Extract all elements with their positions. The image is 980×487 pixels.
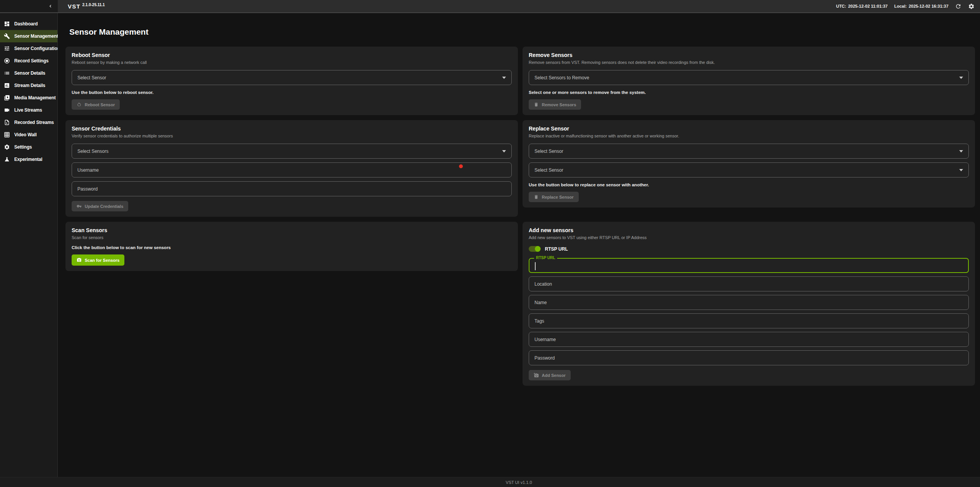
sidebar-item-label: Live Streams: [14, 107, 42, 113]
red-dot-indicator: [459, 164, 463, 168]
settings-button[interactable]: [968, 3, 975, 10]
sidebar-item-media-management[interactable]: Media Management: [0, 92, 57, 104]
card-title: Scan Sensors: [72, 227, 512, 234]
reboot-sensor-card: Reboot Sensor Reboot sensor by making a …: [65, 47, 518, 115]
sensor-credentials-card: Sensor Credentials Verify sensor credent…: [65, 120, 518, 217]
card-subtitle: Add new sensors to VST using either RTSP…: [529, 235, 969, 240]
replace-select-sensor-dropdown-1[interactable]: Select Sensor: [529, 144, 969, 159]
sidebar-item-sensor-configuration[interactable]: Sensor Configuration: [0, 42, 57, 55]
utc-value: 2025-12-02 11:01:37: [848, 4, 888, 8]
sidebar-item-label: Dashboard: [14, 21, 38, 27]
rtsp-url-input[interactable]: [535, 259, 963, 272]
topbar-right: UTC:2025-12-02 11:01:37 Local:2025-12-02…: [836, 3, 975, 10]
sidebar-item-experimental[interactable]: Experimental: [0, 153, 57, 166]
refresh-icon: [955, 3, 962, 10]
credentials-select-sensors-dropdown[interactable]: Select Sensors: [72, 144, 512, 159]
card-subtitle: Scan for sensors: [72, 235, 512, 240]
button-label: Reboot Sensor: [85, 102, 115, 107]
video-file-icon: [4, 119, 10, 126]
button-label: Scan for Sensors: [85, 258, 119, 263]
logo-text: VST: [68, 3, 80, 10]
chevron-down-icon: [502, 150, 506, 152]
sidebar-item-recorded-streams[interactable]: Recorded Streams: [0, 116, 57, 129]
rtsp-floating-label: RTSP URL: [534, 256, 557, 260]
sidebar-nav: Dashboard Sensor Management Sensor Confi…: [0, 13, 58, 477]
sidebar-item-label: Settings: [14, 144, 32, 150]
sidebar-item-sensor-details[interactable]: Sensor Details: [0, 67, 57, 79]
select-placeholder: Select Sensors to Remove: [534, 75, 589, 80]
update-credentials-button[interactable]: Update Credentials: [72, 201, 128, 211]
add-username-field: [529, 332, 969, 347]
videocam-icon: [4, 107, 10, 113]
helper-text: Select one or more sensors to remove fro…: [529, 90, 969, 95]
dashboard-icon: [4, 21, 10, 27]
name-input[interactable]: [534, 295, 963, 310]
chevron-down-icon: [959, 77, 963, 79]
replace-select-sensor-dropdown-2[interactable]: Select Sensor: [529, 162, 969, 177]
rtsp-url-field: RTSP URL: [529, 258, 969, 273]
sidebar-item-settings[interactable]: Settings: [0, 141, 57, 153]
grid-icon: [4, 132, 10, 138]
password-input[interactable]: [534, 351, 963, 365]
location-field: [529, 276, 969, 291]
button-label: Remove Sensors: [542, 102, 576, 107]
credentials-password-field: [72, 181, 512, 196]
replace-sensor-button[interactable]: Replace Sensor: [529, 192, 579, 202]
card-title: Replace Sensor: [529, 125, 969, 132]
sidebar-item-label: Experimental: [14, 157, 42, 162]
sidebar-item-sensor-management[interactable]: Sensor Management: [0, 30, 57, 42]
card-title: Reboot Sensor: [72, 52, 512, 59]
toggle-knob: [535, 246, 541, 252]
sidebar-item-video-wall[interactable]: Video Wall: [0, 129, 57, 141]
sidebar-item-record-settings[interactable]: Record Settings: [0, 55, 57, 67]
add-camera-icon: [534, 373, 539, 378]
rtsp-url-toggle[interactable]: [529, 246, 540, 252]
scan-for-sensors-button[interactable]: Scan for Sensors: [72, 254, 124, 266]
sidebar-item-label: Recorded Streams: [14, 120, 54, 125]
add-password-field: [529, 350, 969, 365]
toggle-label: RTSP URL: [545, 246, 568, 252]
wrench-icon: [4, 33, 10, 39]
card-title: Remove Sensors: [529, 52, 969, 59]
username-input[interactable]: [534, 332, 963, 346]
gear-icon: [968, 3, 975, 10]
chevron-left-icon: [48, 3, 53, 9]
chevron-down-icon: [959, 150, 963, 152]
trash-icon: [534, 194, 539, 199]
footer-version-text: VST UI v1.1.0: [506, 480, 532, 485]
sidebar-item-stream-details[interactable]: Stream Details: [0, 79, 57, 92]
reboot-sensor-button[interactable]: Reboot Sensor: [72, 99, 120, 110]
sidebar-item-label: Sensor Management: [14, 33, 58, 39]
utc-label: UTC:: [836, 4, 846, 8]
add-sensor-button[interactable]: Add Sensor: [529, 370, 571, 380]
select-placeholder: Select Sensor: [534, 149, 563, 154]
select-placeholder: Select Sensor: [534, 167, 563, 173]
location-input[interactable]: [534, 277, 963, 291]
card-title: Sensor Credentials: [72, 125, 512, 132]
chevron-down-icon: [959, 169, 963, 171]
tags-input[interactable]: [534, 314, 963, 328]
trash-icon: [534, 102, 539, 107]
password-input[interactable]: [77, 182, 506, 196]
sidebar-item-dashboard[interactable]: Dashboard: [0, 18, 57, 30]
remove-select-sensors-dropdown[interactable]: Select Sensors to Remove: [529, 70, 969, 85]
bar-chart-icon: [4, 82, 10, 89]
sidebar-item-label: Sensor Details: [14, 70, 45, 76]
reboot-select-sensor-dropdown[interactable]: Select Sensor: [72, 70, 512, 85]
name-field: [529, 295, 969, 310]
card-subtitle: Reboot sensor by making a network call: [72, 60, 512, 65]
sidebar-item-label: Sensor Configuration: [14, 46, 60, 51]
add-new-sensors-card: Add new sensors Add new sensors to VST u…: [523, 222, 975, 386]
footer-bar: VST UI v1.1.0: [0, 477, 980, 487]
collapse-sidebar-button[interactable]: [48, 3, 53, 9]
button-label: Add Sensor: [542, 373, 566, 378]
refresh-button[interactable]: [955, 3, 962, 10]
card-subtitle: Replace inactive or malfunctioning senso…: [529, 133, 969, 139]
utc-clock: UTC:2025-12-02 11:01:37: [836, 4, 888, 8]
text-cursor: [535, 262, 536, 270]
remove-sensors-button[interactable]: Remove Sensors: [529, 99, 581, 110]
card-title: Add new sensors: [529, 227, 969, 234]
sidebar-item-live-streams[interactable]: Live Streams: [0, 104, 57, 116]
username-input[interactable]: [77, 163, 506, 177]
card-subtitle: Remove sensors from VST. Removing sensor…: [529, 60, 969, 65]
